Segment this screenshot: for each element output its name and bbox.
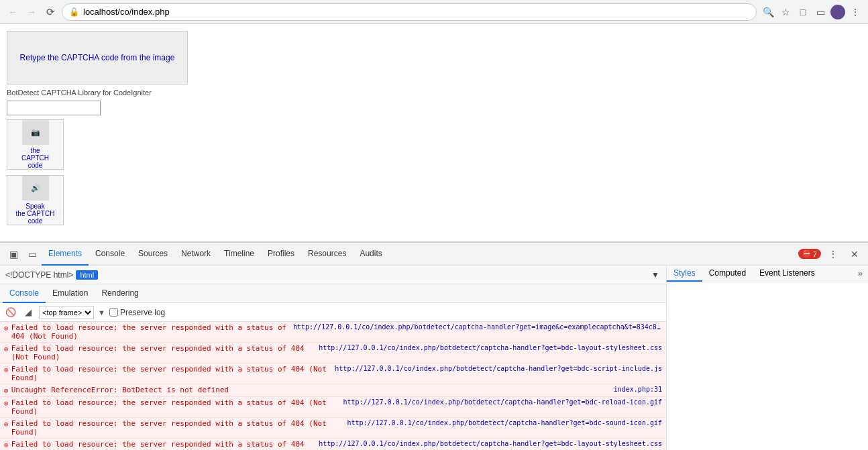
error-message-text: Failed to load resource: the server resp… bbox=[11, 440, 314, 450]
bookmark-icon[interactable]: ☆ bbox=[778, 5, 793, 19]
error-count-number: 7 bbox=[813, 250, 817, 258]
back-button[interactable]: ← bbox=[5, 5, 20, 19]
speak-label: Speakthe CAPTCHcode bbox=[16, 203, 55, 225]
console-error-row: ⊗Failed to load resource: the server res… bbox=[0, 343, 666, 363]
preserve-log-text: Preserve log bbox=[120, 308, 165, 317]
retype-label: theCAPTCHcode bbox=[21, 147, 49, 169]
url-input[interactable] bbox=[83, 7, 749, 17]
console-error-row: ⊗Uncaught ReferenceError: BotDetect is n… bbox=[0, 384, 666, 397]
tab-audits[interactable]: Audits bbox=[353, 243, 388, 266]
address-bar: 🔓 bbox=[62, 3, 757, 21]
devtools-right-actions: ⛔ 7 ⋮ ✕ bbox=[798, 245, 864, 264]
error-source-link[interactable]: http://127.0.0.1/co/index.php/botdetect/… bbox=[293, 323, 662, 331]
error-message-text: Failed to load resource: the server resp… bbox=[11, 365, 330, 382]
devtools-right-panel: Styles Computed Event Listeners » bbox=[667, 266, 868, 450]
error-message-text: Failed to load resource: the server resp… bbox=[11, 419, 342, 437]
retype-icon: 📷 bbox=[22, 120, 49, 145]
console-messages: ⊗Failed to load resource: the server res… bbox=[0, 322, 666, 450]
console-error-row: ⊗Failed to load resource: the server res… bbox=[0, 418, 666, 439]
error-message-text: Failed to load resource: the server resp… bbox=[11, 398, 338, 416]
right-tab-event-listeners[interactable]: Event Listeners bbox=[753, 266, 822, 282]
dom-bar: <!DOCTYPE html> html ▼ bbox=[0, 266, 666, 284]
clear-console-icon[interactable]: 🚫 bbox=[4, 306, 17, 319]
tab-resources[interactable]: Resources bbox=[301, 243, 353, 266]
captcha-image-box: Retype the CAPTCHA code from the image bbox=[7, 31, 188, 85]
console-panel: Console Emulation Rendering 🚫 ◢ <top fra… bbox=[0, 284, 666, 450]
error-count-badge: ⛔ 7 bbox=[798, 249, 821, 259]
console-subtab-emulation[interactable]: Emulation bbox=[46, 284, 95, 303]
error-source-link[interactable]: http://127.0.0.1/co/index.php/botdetect/… bbox=[347, 419, 662, 427]
captcha-container: Retype the CAPTCHA code from the image B… bbox=[7, 31, 861, 225]
error-icon-small: ⛔ bbox=[802, 249, 812, 258]
forward-button[interactable]: → bbox=[24, 5, 39, 19]
frame-expand-icon[interactable]: ▼ bbox=[98, 308, 105, 317]
error-source-link[interactable]: http://127.0.0.1/co/index.php/botdetect/… bbox=[319, 344, 662, 351]
console-subtab-console[interactable]: Console bbox=[3, 284, 46, 303]
devtools-inspect-btn[interactable]: ▣ bbox=[4, 245, 23, 264]
dom-expand-icon[interactable]: ▼ bbox=[650, 270, 661, 280]
refresh-button[interactable]: ⟳ bbox=[43, 5, 58, 19]
menu-icon[interactable]: ⋮ bbox=[848, 5, 863, 19]
console-error-row: ⊗Failed to load resource: the server res… bbox=[0, 397, 666, 418]
devtools-device-btn[interactable]: ▭ bbox=[23, 245, 42, 264]
lock-icon: 🔓 bbox=[69, 7, 79, 17]
console-toolbar: 🚫 ◢ <top frame> ▼ Preserve log bbox=[0, 303, 666, 322]
console-subtab-rendering[interactable]: Rendering bbox=[95, 284, 145, 303]
speak-icon: 🔊 bbox=[22, 176, 49, 201]
console-error-row: ⊗Failed to load resource: the server res… bbox=[0, 439, 666, 450]
tab-timeline[interactable]: Timeline bbox=[217, 243, 261, 266]
error-circle-icon: ⊗ bbox=[4, 324, 9, 333]
browser-chrome: ← → ⟳ 🔓 🔍 ☆ □ ▭ ⋮ bbox=[0, 0, 868, 24]
speak-button[interactable]: 🔊 Speakthe CAPTCHcode bbox=[7, 175, 64, 225]
devtools-close-btn[interactable]: ✕ bbox=[845, 245, 864, 264]
console-tabs: Console Emulation Rendering bbox=[0, 284, 666, 303]
devtools-left-panel: <!DOCTYPE html> html ▼ Console Emulation… bbox=[0, 266, 667, 450]
captcha-input[interactable] bbox=[7, 101, 101, 115]
error-source-link[interactable]: http://127.0.0.1/co/index.php/botdetect/… bbox=[319, 440, 662, 447]
devtools-body: <!DOCTYPE html> html ▼ Console Emulation… bbox=[0, 266, 868, 450]
error-message-text: Uncaught ReferenceError: BotDetect is no… bbox=[11, 386, 608, 394]
captcha-image-placeholder: Retype the CAPTCHA code from the image bbox=[17, 50, 178, 65]
error-circle-icon: ⊗ bbox=[4, 365, 9, 374]
error-message-text: Failed to load resource: the server resp… bbox=[11, 323, 288, 341]
frame-select[interactable]: <top frame> bbox=[39, 306, 94, 319]
zoom-icon[interactable]: 🔍 bbox=[761, 5, 775, 19]
right-tab-computed[interactable]: Computed bbox=[702, 266, 753, 282]
console-error-row: ⊗Failed to load resource: the server res… bbox=[0, 363, 666, 384]
html-tag: html bbox=[76, 270, 98, 280]
styles-content bbox=[667, 282, 868, 450]
minimize-icon[interactable]: □ bbox=[796, 5, 810, 19]
right-panel-tabs: Styles Computed Event Listeners » bbox=[667, 266, 868, 282]
profile-icon[interactable] bbox=[830, 5, 845, 19]
filter-icon[interactable]: ◢ bbox=[21, 306, 35, 319]
doctype-tag: <!DOCTYPE html> bbox=[5, 270, 73, 280]
tab-network[interactable]: Network bbox=[174, 243, 217, 266]
preserve-log-label[interactable]: Preserve log bbox=[109, 308, 165, 317]
tab-elements[interactable]: Elements bbox=[42, 243, 89, 266]
error-circle-icon: ⊗ bbox=[4, 399, 9, 408]
tab-profiles[interactable]: Profiles bbox=[261, 243, 301, 266]
error-circle-icon: ⊗ bbox=[4, 345, 9, 353]
error-circle-icon: ⊗ bbox=[4, 386, 9, 395]
error-message-text: Failed to load resource: the server resp… bbox=[11, 344, 314, 361]
devtools-more-btn[interactable]: ⋮ bbox=[824, 245, 843, 264]
devtools-toolbar: ▣ ▭ Elements Console Sources Network Tim… bbox=[0, 243, 868, 266]
preserve-log-checkbox[interactable] bbox=[109, 308, 118, 317]
error-source-link[interactable]: http://127.0.0.1/co/index.php/botdetect/… bbox=[335, 365, 662, 372]
captcha-subtitle: BotDetect CAPTCHA Library for CodeIgnite… bbox=[7, 89, 861, 97]
tab-sources[interactable]: Sources bbox=[131, 243, 174, 266]
cast-icon[interactable]: ▭ bbox=[813, 5, 828, 19]
console-error-row: ⊗Failed to load resource: the server res… bbox=[0, 322, 666, 343]
retype-button[interactable]: 📷 theCAPTCHcode bbox=[7, 119, 64, 170]
error-circle-icon: ⊗ bbox=[4, 420, 9, 429]
browser-actions: 🔍 ☆ □ ▭ ⋮ bbox=[761, 5, 863, 19]
right-panel-more-icon[interactable]: » bbox=[853, 266, 868, 282]
captcha-input-row bbox=[7, 101, 861, 115]
error-source-link[interactable]: http://127.0.0.1/co/index.php/botdetect/… bbox=[343, 398, 662, 406]
error-source-link[interactable]: index.php:31 bbox=[614, 386, 662, 393]
retype-section: 📷 theCAPTCHcode bbox=[7, 119, 861, 170]
error-circle-icon: ⊗ bbox=[4, 441, 9, 449]
page-content: Retype the CAPTCHA code from the image B… bbox=[0, 24, 868, 241]
right-tab-styles[interactable]: Styles bbox=[667, 266, 702, 282]
tab-console[interactable]: Console bbox=[89, 243, 131, 266]
